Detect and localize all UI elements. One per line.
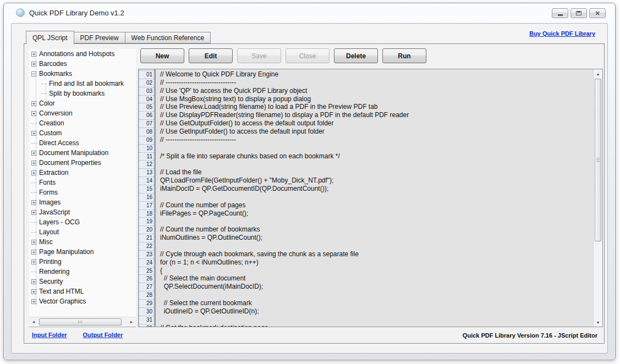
minimize-button[interactable] — [552, 8, 568, 18]
code-area[interactable]: // Welcome to Quick PDF Library Engine//… — [157, 69, 593, 327]
tree-rows: +Annotations and Hotspots+Barcodes−Bookm… — [29, 49, 136, 316]
expand-plus-icon[interactable]: + — [31, 131, 36, 136]
tree-item-barcodes[interactable]: +Barcodes — [29, 59, 136, 69]
expand-plus-icon[interactable]: + — [31, 62, 36, 67]
tree-item-label[interactable]: Vector Graphics — [39, 297, 86, 305]
buy-library-link[interactable]: Buy Quick PDF Library — [529, 30, 595, 37]
tree-branch-stub — [41, 93, 47, 94]
tree-item-label[interactable]: Document Manipulation — [39, 149, 108, 157]
run-button[interactable]: Run — [382, 48, 426, 63]
tree-item-label[interactable]: Bookmarks — [39, 70, 72, 78]
tab-qpl-jscript[interactable]: QPL JScript — [26, 31, 74, 45]
tree-item-label[interactable]: JavaScript — [39, 208, 70, 216]
tree-item-split-by-bookmarks[interactable]: Split by bookmarks — [29, 89, 136, 98]
tree-item-label[interactable]: Annotations and Hotspots — [39, 50, 114, 58]
new-button[interactable]: New — [140, 48, 184, 63]
tree-item-custom[interactable]: +Custom — [29, 128, 136, 138]
line-number: 09 — [139, 136, 154, 144]
expand-plus-icon[interactable]: + — [31, 52, 36, 57]
expand-plus-icon[interactable]: + — [31, 101, 36, 106]
tree-item-label[interactable]: Direct Access — [39, 139, 79, 147]
tree-horizontal-scrollbar[interactable]: ◄ ► — [29, 317, 136, 326]
expand-plus-icon[interactable]: + — [31, 210, 36, 215]
tree-item-label[interactable]: Document Properties — [39, 159, 101, 167]
tree-item-label[interactable]: Layout — [39, 228, 59, 236]
tree-item-annotations-and-hotspots[interactable]: +Annotations and Hotspots — [29, 49, 136, 59]
input-folder-link[interactable]: Input Folder — [32, 332, 67, 338]
tree-item-label[interactable]: Custom — [39, 129, 62, 137]
editor-vertical-scrollbar[interactable]: ▲ ▼ — [593, 69, 602, 327]
tree-item-extraction[interactable]: +Extraction — [29, 168, 136, 178]
tree-item-layout[interactable]: Layout — [29, 227, 136, 237]
expand-plus-icon[interactable]: + — [31, 260, 36, 264]
expand-plus-icon[interactable]: + — [31, 299, 36, 304]
tree-item-forms[interactable]: Forms — [29, 187, 136, 197]
tree-item-label[interactable]: Conversion — [39, 109, 73, 117]
tree-item-label[interactable]: Color — [39, 100, 55, 107]
scroll-up-arrow-icon[interactable]: ▲ — [594, 69, 602, 78]
tree-item-vector-graphics[interactable]: +Vector Graphics — [29, 296, 136, 306]
tree-item-label[interactable]: Text and HTML — [39, 288, 84, 295]
tree-item-label[interactable]: Forms — [39, 189, 58, 196]
expand-plus-icon[interactable]: + — [31, 151, 36, 156]
tree-item-conversion[interactable]: +Conversion — [29, 108, 136, 118]
edit-button[interactable]: Edit — [189, 48, 233, 63]
scroll-down-arrow-icon[interactable]: ▼ — [594, 318, 602, 327]
tree-item-label[interactable]: Rendering — [39, 268, 69, 275]
script-category-tree[interactable]: +Annotations and Hotspots+Barcodes−Bookm… — [29, 49, 136, 327]
code-line — [160, 316, 593, 324]
maximize-button[interactable] — [570, 8, 587, 18]
collapse-minus-icon[interactable]: − — [31, 71, 36, 76]
scroll-right-arrow-icon[interactable]: ► — [127, 317, 136, 327]
tree-item-label[interactable]: Fonts — [39, 179, 56, 186]
tree-item-label[interactable]: Split by bookmarks — [49, 90, 105, 97]
horizontal-scrollbar-thumb[interactable] — [39, 318, 122, 326]
tree-item-printing[interactable]: +Printing — [29, 257, 136, 267]
expand-plus-icon[interactable]: + — [31, 170, 36, 175]
tree-item-rendering[interactable]: Rendering — [29, 267, 136, 277]
output-folder-link[interactable]: Output Folder — [83, 332, 123, 338]
expand-plus-icon[interactable]: + — [31, 200, 36, 205]
tree-item-document-manipulation[interactable]: +Document Manipulation — [29, 148, 136, 158]
tree-item-bookmarks[interactable]: −Bookmarks — [29, 69, 136, 79]
delete-button[interactable]: Delete — [334, 48, 378, 63]
expand-plus-icon[interactable]: + — [31, 289, 36, 294]
expand-plus-icon[interactable]: + — [31, 279, 36, 284]
tree-item-misc[interactable]: +Misc — [29, 237, 136, 247]
tree-item-find-and-list-all-bookmark[interactable]: Find and list all bookmark — [29, 79, 136, 89]
tree-item-label[interactable]: Misc — [39, 238, 53, 246]
tab-web-function-reference[interactable]: Web Function Reference — [125, 32, 211, 43]
tree-item-label[interactable]: Creation — [39, 119, 64, 127]
tree-item-label[interactable]: Barcodes — [39, 60, 67, 68]
tree-item-security[interactable]: +Security — [29, 277, 136, 286]
tree-item-color[interactable]: +Color — [29, 98, 136, 108]
tree-item-label[interactable]: Page Manipulation — [39, 248, 94, 256]
tree-item-document-properties[interactable]: +Document Properties — [29, 158, 136, 168]
scroll-left-arrow-icon[interactable]: ◄ — [29, 317, 38, 327]
tree-item-javascript[interactable]: +JavaScript — [29, 207, 136, 217]
expand-plus-icon[interactable]: + — [31, 250, 36, 255]
tree-item-label[interactable]: Printing — [39, 258, 62, 266]
close-button[interactable]: ✕ — [589, 8, 606, 18]
tree-item-text-and-html[interactable]: +Text and HTML — [29, 286, 136, 296]
tree-item-label[interactable]: Images — [39, 198, 61, 206]
tree-item-label[interactable]: Extraction — [39, 169, 68, 177]
tree-item-label[interactable]: Layers - OCG — [39, 218, 80, 226]
line-number: 03 — [139, 87, 154, 95]
tree-item-layers-ocg[interactable]: Layers - OCG — [29, 217, 136, 227]
tree-item-label[interactable]: Find and list all bookmark — [49, 80, 124, 87]
tab-pdf-preview[interactable]: PDF Preview — [74, 32, 125, 43]
expand-plus-icon[interactable]: + — [31, 161, 36, 166]
title-bar[interactable]: Quick PDF Library Demo v1.2 ✕ — [4, 3, 615, 22]
tree-item-direct-access[interactable]: Direct Access — [29, 138, 136, 148]
expand-plus-icon[interactable]: + — [31, 111, 36, 116]
line-number: 07 — [139, 119, 154, 128]
expand-plus-icon[interactable]: + — [31, 240, 36, 245]
line-number: 21 — [139, 234, 154, 242]
tree-item-page-manipulation[interactable]: +Page Manipulation — [29, 247, 136, 257]
tree-item-label[interactable]: Security — [39, 278, 63, 285]
vertical-scrollbar-thumb[interactable] — [595, 79, 601, 241]
tree-item-fonts[interactable]: Fonts — [29, 178, 136, 187]
tree-item-creation[interactable]: Creation — [29, 118, 136, 128]
tree-item-images[interactable]: +Images — [29, 197, 136, 207]
